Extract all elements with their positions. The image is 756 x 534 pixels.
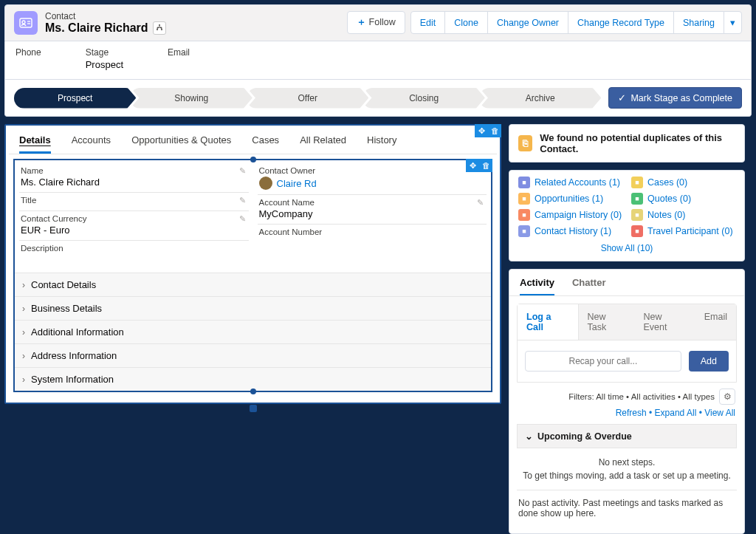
tab-accounts[interactable]: Accounts [72,134,111,154]
contact-icon [14,11,38,35]
follow-button[interactable]: ＋Follow [347,11,405,34]
more-actions-button[interactable]: ▾ [724,11,742,34]
section-business-details[interactable]: ›Business Details [15,296,491,320]
field-value [21,253,247,267]
related-item[interactable]: ■Related Accounts (1) [518,177,622,188]
svg-rect-5 [157,29,158,30]
pb-bottom-handle[interactable] [250,405,257,412]
edit-icon[interactable]: ✎ [477,198,484,208]
svg-rect-0 [20,18,32,27]
field-label: Account Number [259,227,486,236]
tab-opps-quotes[interactable]: Opportunities & Quotes [131,134,231,154]
no-next-steps: No next steps. To get things moving, add… [517,448,737,490]
record-type-label: Contact [45,11,166,21]
related-item[interactable]: ■Campaign History (0) [518,209,622,221]
mark-stage-complete-button[interactable]: ✓ Mark Stage as Complete [608,87,742,109]
svg-point-1 [22,21,25,24]
field-label: Account Name [259,198,486,207]
related-icon: ■ [518,209,530,221]
tab-activity[interactable]: Activity [520,277,554,295]
clone-button[interactable]: Clone [444,11,488,34]
email-label: Email [168,47,190,58]
phone-label: Phone [16,47,41,58]
chevron-right-icon: › [22,280,25,290]
path-stage-closing[interactable]: Closing [362,88,484,109]
field-currency[interactable]: Contact Currency EUR - Euro ✎ [19,210,249,240]
change-owner-button[interactable]: Change Owner [487,11,568,34]
svg-rect-6 [161,29,162,30]
field-value: Ms. Claire Richard [21,175,247,189]
sharing-button[interactable]: Sharing [673,11,724,34]
stage-path: Prospect Showing Offer Closing Archive ✓… [4,80,752,117]
gear-icon[interactable]: ⚙ [719,388,735,405]
expand-all-link[interactable]: Expand All [655,408,697,418]
path-stage-archive[interactable]: Archive [479,88,601,109]
related-item[interactable]: ■Travel Participant (0) [631,225,735,237]
related-icon: ■ [631,209,643,221]
subtab-new-task[interactable]: New Task [579,304,635,340]
check-icon: ✓ [618,92,626,103]
detail-inner-region: ✥ 🗑 Name Ms. Claire Richard ✎ Title [13,159,492,392]
chevron-right-icon: › [22,304,25,314]
recap-call-input[interactable] [525,351,681,372]
pb-panel-tools: ✥ 🗑 [475,124,501,137]
field-value [21,205,247,208]
tab-chatter[interactable]: Chatter [572,277,606,295]
path-stage-showing[interactable]: Showing [130,88,252,109]
move-icon[interactable]: ✥ [475,124,488,137]
header-actions: ＋Follow Edit Clone Change Owner Change R… [348,11,742,34]
pb-inner-top-handle[interactable] [250,157,256,162]
related-icon: ■ [518,225,530,237]
upcoming-overdue-header[interactable]: ⌄ Upcoming & Overdue [517,424,737,448]
related-icon: ■ [631,225,643,237]
field-description[interactable]: Description [19,240,249,270]
subtab-email[interactable]: Email [695,304,736,340]
related-item[interactable]: ■Contact History (1) [518,225,622,237]
tab-cases[interactable]: Cases [252,134,279,154]
hierarchy-icon[interactable] [153,21,166,35]
owner-link[interactable]: Claire Rd [277,178,317,189]
change-record-type-button[interactable]: Change Record Type [568,11,674,34]
related-item[interactable]: ■Cases (0) [631,177,735,188]
field-label: Description [21,244,247,253]
section-address-info[interactable]: ›Address Information [15,343,491,367]
tab-history[interactable]: History [367,134,396,154]
duplicate-icon: ⎘ [518,135,532,151]
path-stage-offer[interactable]: Offer [247,88,368,109]
chevron-right-icon: › [22,351,25,361]
show-all-link[interactable]: Show All (10) [601,243,653,253]
duplicates-text: We found no potential duplicates of this… [540,132,735,154]
edit-icon[interactable]: ✎ [239,166,246,176]
subtab-new-event[interactable]: New Event [635,304,695,340]
edit-icon[interactable]: ✎ [239,214,246,224]
section-additional-info[interactable]: ›Additional Information [15,320,491,343]
edit-icon[interactable]: ✎ [239,196,246,205]
refresh-link[interactable]: Refresh [616,408,647,418]
record-name-text: Ms. Claire Richard [45,21,148,35]
account-link[interactable]: MyCompany [259,207,486,221]
field-account[interactable]: Account Name MyCompany ✎ [258,194,487,224]
tab-details[interactable]: Details [19,134,51,154]
section-system-info[interactable]: ›System Information [15,367,491,391]
edit-button[interactable]: Edit [410,11,446,34]
related-item[interactable]: ■Quotes (0) [631,193,735,205]
related-icon: ■ [518,193,530,205]
svg-rect-4 [159,24,160,26]
path-stage-prospect[interactable]: Prospect [14,88,136,109]
field-title[interactable]: Title ✎ [19,192,249,210]
activity-card: Activity Chatter Log a Call New Task New… [509,269,745,534]
details-panel: ✥ 🗑 Details Accounts Opportunities & Quo… [4,124,501,404]
section-contact-details[interactable]: ›Contact Details [15,273,491,296]
field-name[interactable]: Name Ms. Claire Richard ✎ [19,163,249,192]
related-item[interactable]: ■Opportunities (1) [518,193,622,205]
delete-icon[interactable]: 🗑 [488,124,501,137]
pb-inner-bottom-handle[interactable] [250,388,256,394]
tab-all-related[interactable]: All Related [300,134,346,154]
view-all-link[interactable]: View All [704,408,735,418]
add-button[interactable]: Add [689,351,729,372]
subtab-log-call[interactable]: Log a Call [518,304,579,340]
related-icon: ■ [518,177,530,188]
detail-tabs: Details Accounts Opportunities & Quotes … [9,129,497,154]
collapsible-sections: ›Contact Details ›Business Details ›Addi… [15,273,491,391]
related-item[interactable]: ■Notes (0) [631,209,735,221]
